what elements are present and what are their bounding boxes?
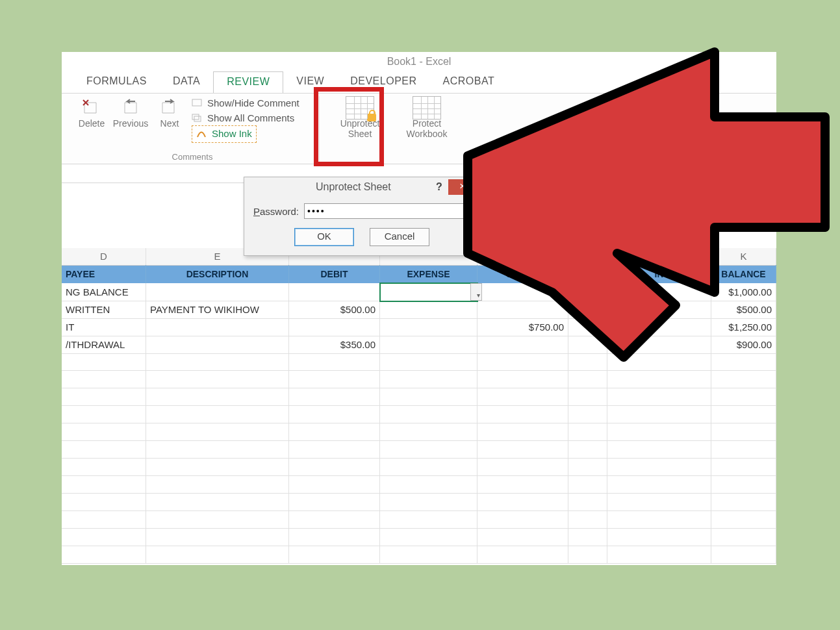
cell[interactable]: $1,250.00 [711, 318, 776, 336]
show-all-label: Show All Comments [207, 111, 294, 126]
table-row [62, 371, 776, 388]
cell[interactable] [568, 336, 607, 354]
protect-workbook-label: Protect Workbook [398, 118, 456, 139]
cell[interactable] [568, 283, 607, 301]
cell[interactable]: $500.00 [711, 301, 776, 319]
cell[interactable] [607, 318, 711, 336]
table-row [62, 459, 776, 476]
col-K[interactable]: K [711, 248, 776, 266]
arrow-left-icon [121, 97, 140, 118]
cell[interactable] [607, 301, 711, 319]
cancel-button[interactable]: Cancel [370, 228, 429, 246]
svg-rect-0 [192, 99, 201, 106]
ok-button[interactable]: OK [294, 228, 354, 246]
show-all-comments-button[interactable]: Show All Comments [192, 111, 299, 126]
hdr-description[interactable]: DESCRIPTION [146, 265, 289, 283]
group-comments-label: Comments [66, 152, 319, 162]
cell[interactable]: $1,000.00 [711, 283, 776, 301]
window-title: Book1 - Excel [62, 52, 776, 68]
previous-comment-button[interactable]: Previous [111, 96, 150, 143]
cell[interactable]: WRITTEN [62, 301, 146, 319]
table-row [62, 546, 776, 564]
cell[interactable]: $900.00 [711, 336, 776, 354]
highlight-box [314, 87, 384, 166]
col-I[interactable]: I [568, 248, 607, 266]
svg-rect-2 [194, 116, 201, 121]
cell[interactable] [568, 301, 607, 319]
ink-icon [196, 129, 208, 138]
cell[interactable] [146, 336, 289, 354]
cell[interactable] [477, 283, 568, 301]
table-row [62, 529, 776, 546]
ribbon-tabs: FORMULAS DATA REVIEW VIEW DEVELOPER ACRO… [62, 71, 776, 93]
cell[interactable] [380, 301, 477, 319]
cell[interactable] [146, 283, 289, 301]
show-hide-label: Show/Hide Comment [207, 96, 299, 111]
ribbon: Delete Previous Next [62, 93, 776, 164]
hdr-payee[interactable]: PAYEE [62, 265, 146, 283]
cell[interactable] [477, 336, 568, 354]
table-row [62, 511, 776, 529]
table-row [62, 353, 776, 371]
cell[interactable] [146, 318, 289, 336]
table-row [62, 406, 776, 423]
cell[interactable] [607, 283, 711, 301]
cell[interactable] [289, 318, 380, 336]
cell[interactable]: NG BALANCE [62, 283, 146, 301]
cell[interactable]: $350.00 [289, 336, 380, 354]
cell[interactable] [380, 336, 477, 354]
selected-cell[interactable] [380, 283, 477, 301]
table-row [62, 476, 776, 494]
hdr-in[interactable]: IN [607, 265, 711, 283]
cell[interactable]: IT [62, 318, 146, 336]
col-H[interactable]: H [477, 248, 568, 266]
table-row: IT $750.00 $1,250.00 [62, 318, 776, 336]
cell[interactable] [289, 283, 380, 301]
next-comment-button[interactable]: Next [150, 96, 189, 143]
cell[interactable]: /ITHDRAWAL [62, 336, 146, 354]
show-ink-label: Show Ink [212, 127, 252, 142]
hdr-debit[interactable]: DEBIT [289, 265, 380, 283]
table-row: /ITHDRAWAL $350.00 $900.00 [62, 336, 776, 353]
cell[interactable] [568, 318, 607, 336]
group-comments: Delete Previous Next [66, 96, 320, 162]
cell[interactable] [607, 336, 711, 354]
hdr-expense[interactable]: EXPENSE [380, 265, 477, 283]
cell[interactable] [380, 318, 477, 336]
cell[interactable]: $500.00 [289, 301, 380, 319]
hdr-credit[interactable]: CREDIT [477, 265, 568, 283]
table-row [62, 494, 776, 511]
delete-comment-button[interactable]: Delete [72, 96, 111, 143]
cell[interactable] [477, 301, 568, 319]
dialog-title: Unprotect Sheet [316, 181, 391, 193]
unprotect-sheet-dialog: Unprotect Sheet ? × PPassword:assword: O… [244, 177, 480, 256]
close-icon[interactable]: × [448, 179, 477, 195]
delete-label: Delete [79, 118, 105, 129]
table-row [62, 423, 776, 441]
tab-formulas[interactable]: FORMULAS [73, 71, 160, 93]
hdr-balance[interactable]: BALANCE [711, 265, 776, 283]
protect-workbook-button[interactable]: Protect Workbook [398, 96, 456, 139]
hdr-blank[interactable] [568, 265, 607, 283]
table-row: NG BALANCE $1,000.00 [62, 283, 776, 301]
show-hide-comment-button[interactable]: Show/Hide Comment [192, 96, 299, 111]
protect-workbook-icon [413, 97, 441, 118]
previous-label: Previous [113, 118, 148, 129]
cell[interactable]: PAYMENT TO WIKIHOW [146, 301, 289, 319]
svg-rect-1 [192, 114, 199, 120]
dialog-help-button[interactable]: ? [430, 181, 448, 193]
comments-all-icon [192, 114, 203, 123]
password-input[interactable] [304, 203, 470, 219]
tab-data[interactable]: DATA [160, 71, 213, 93]
tab-review[interactable]: REVIEW [213, 71, 283, 93]
table-rows: NG BALANCE $1,000.00 WRITTEN PAYMENT TO … [62, 283, 776, 564]
password-label: PPassword:assword: [253, 206, 299, 217]
next-label: Next [160, 118, 179, 129]
show-ink-button[interactable]: Show Ink [192, 125, 299, 143]
cell[interactable]: $750.00 [477, 318, 568, 336]
col-D[interactable]: D [62, 248, 146, 266]
comment-toggle-icon [192, 99, 203, 108]
col-J[interactable] [607, 248, 711, 266]
delete-icon [82, 97, 101, 118]
tab-acrobat[interactable]: ACROBAT [430, 71, 508, 93]
